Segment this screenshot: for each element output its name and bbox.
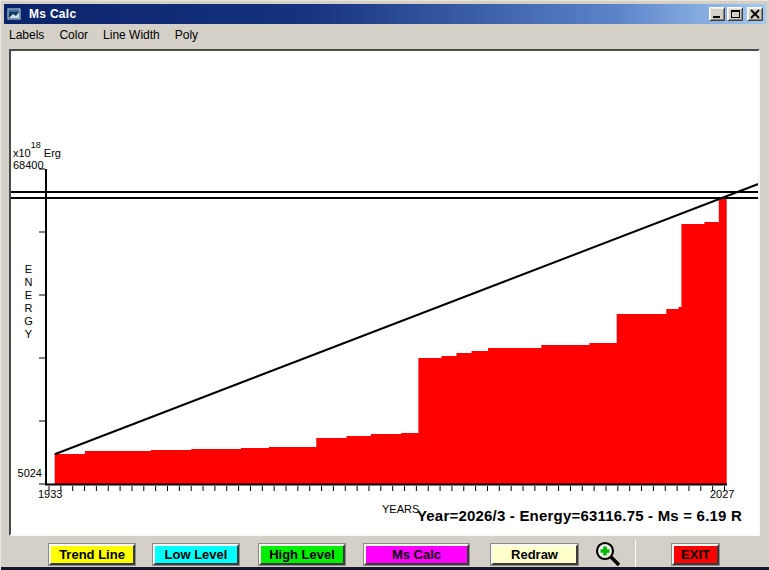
app-window: Ms Calc Labels Color Line Width Poly x10…	[0, 0, 769, 570]
x-axis-min-label: 1933	[38, 488, 62, 500]
menu-item-line-width[interactable]: Line Width	[96, 26, 168, 44]
close-icon	[750, 9, 761, 20]
y-axis-title: ENERGY	[22, 263, 35, 341]
status-readout: Year=2026/3 - Energy=63116.75 - Ms = 6.1…	[417, 510, 742, 522]
energy-chart-canvas[interactable]	[11, 51, 758, 534]
x-axis-title: YEARS	[382, 503, 419, 515]
toolbar-divider	[635, 540, 636, 568]
exit-button[interactable]: EXIT	[672, 544, 719, 565]
x-axis-max-label: 2027	[710, 488, 734, 500]
y-axis-min-label: 5024	[11, 467, 42, 479]
app-icon	[7, 7, 22, 21]
low-level-button[interactable]: Low Level	[153, 544, 239, 565]
trend-line-button[interactable]: Trend Line	[49, 544, 135, 565]
minimize-icon	[713, 16, 720, 18]
window-controls	[707, 7, 763, 21]
menu-item-labels[interactable]: Labels	[4, 26, 52, 44]
minimize-button[interactable]	[709, 7, 725, 21]
menu-bar: Labels Color Line Width Poly	[4, 26, 766, 44]
zoom-in-button[interactable]	[592, 540, 628, 569]
close-button[interactable]	[747, 7, 763, 21]
window-title: Ms Calc	[29, 7, 76, 21]
y-axis-unit-label: x1018 Erg	[13, 143, 61, 159]
energy-step-area	[55, 199, 727, 484]
menu-item-color[interactable]: Color	[52, 26, 96, 44]
redraw-button[interactable]: Redraw	[491, 544, 578, 565]
menu-item-poly[interactable]: Poly	[168, 26, 206, 44]
maximize-icon	[731, 10, 740, 18]
y-axis-max-label: 68400	[13, 159, 44, 171]
maximize-button[interactable]	[727, 7, 743, 21]
magnifier-plus-icon	[597, 543, 619, 565]
plot-panel: x1018 Erg 68400 ENERGY 5024 1933 2027 YE…	[9, 49, 760, 536]
title-bar: Ms Calc	[4, 4, 766, 24]
ms-calc-button[interactable]: Ms Calc	[364, 544, 469, 565]
high-level-button[interactable]: High Level	[259, 544, 345, 565]
